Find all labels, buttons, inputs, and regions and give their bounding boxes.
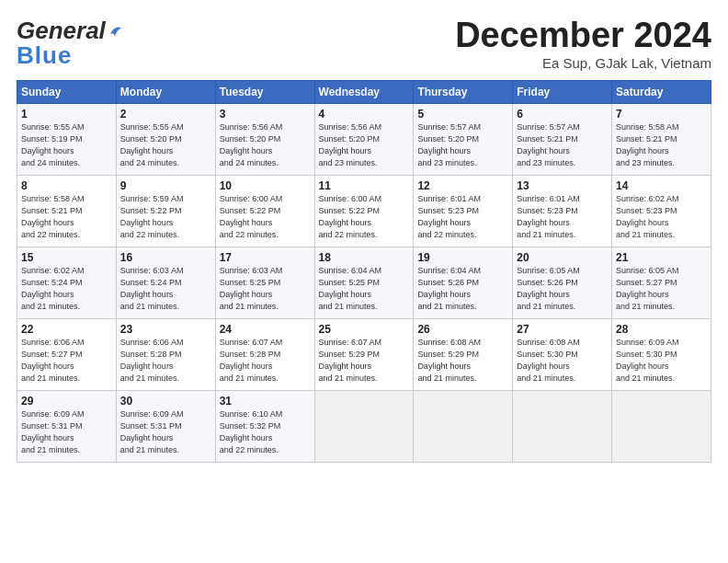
day-number: 26 [417, 323, 508, 336]
day-number: 22 [21, 323, 112, 336]
table-row: 1 Sunrise: 5:55 AM Sunset: 5:19 PM Dayli… [17, 103, 117, 175]
day-number: 10 [220, 179, 311, 192]
table-row: 13 Sunrise: 6:01 AM Sunset: 5:23 PM Dayl… [513, 175, 612, 247]
day-number: 9 [120, 179, 211, 192]
col-tuesday: Tuesday [215, 80, 314, 103]
col-monday: Monday [116, 80, 215, 103]
logo-swoosh-icon [107, 23, 123, 40]
day-number: 24 [220, 323, 311, 336]
page: General Blue December 2024 Ea Sup, GJak … [0, 0, 728, 472]
day-info: Sunrise: 5:55 AM Sunset: 5:20 PM Dayligh… [120, 121, 211, 169]
day-info: Sunrise: 6:08 AM Sunset: 5:29 PM Dayligh… [417, 337, 508, 385]
day-number: 3 [220, 108, 311, 121]
table-row: 14 Sunrise: 6:02 AM Sunset: 5:23 PM Dayl… [612, 175, 711, 247]
table-row: 16 Sunrise: 6:03 AM Sunset: 5:24 PM Dayl… [116, 247, 215, 318]
day-number: 25 [319, 323, 410, 336]
day-number: 19 [417, 251, 508, 264]
day-number: 5 [417, 108, 508, 121]
calendar-table: Sunday Monday Tuesday Wednesday Thursday… [17, 80, 711, 463]
day-number: 27 [517, 323, 608, 336]
table-row: 12 Sunrise: 6:01 AM Sunset: 5:23 PM Dayl… [414, 175, 513, 247]
day-info: Sunrise: 6:08 AM Sunset: 5:30 PM Dayligh… [517, 337, 608, 385]
table-row: 9 Sunrise: 5:59 AM Sunset: 5:22 PM Dayli… [116, 175, 215, 247]
col-wednesday: Wednesday [314, 80, 414, 103]
day-info: Sunrise: 6:07 AM Sunset: 5:29 PM Dayligh… [319, 337, 410, 385]
day-number: 7 [616, 108, 707, 121]
day-number: 18 [319, 251, 410, 264]
day-info: Sunrise: 6:09 AM Sunset: 5:30 PM Dayligh… [616, 337, 707, 385]
table-row: 30 Sunrise: 6:09 AM Sunset: 5:31 PM Dayl… [116, 390, 215, 462]
day-info: Sunrise: 6:09 AM Sunset: 5:31 PM Dayligh… [120, 408, 211, 456]
day-number: 2 [120, 108, 211, 121]
day-info: Sunrise: 6:04 AM Sunset: 5:25 PM Dayligh… [319, 265, 410, 313]
day-info: Sunrise: 5:55 AM Sunset: 5:19 PM Dayligh… [21, 121, 112, 169]
day-number: 6 [517, 108, 608, 121]
table-row: 22 Sunrise: 6:06 AM Sunset: 5:27 PM Dayl… [17, 318, 117, 390]
day-info: Sunrise: 5:56 AM Sunset: 5:20 PM Dayligh… [319, 121, 410, 169]
table-row [314, 390, 414, 462]
table-row [612, 390, 711, 462]
day-number: 16 [120, 251, 211, 264]
day-number: 14 [616, 179, 707, 192]
day-number: 13 [517, 179, 608, 192]
table-row: 28 Sunrise: 6:09 AM Sunset: 5:30 PM Dayl… [612, 318, 711, 390]
day-info: Sunrise: 6:03 AM Sunset: 5:24 PM Dayligh… [120, 265, 211, 313]
day-info: Sunrise: 6:03 AM Sunset: 5:25 PM Dayligh… [220, 265, 311, 313]
day-info: Sunrise: 6:06 AM Sunset: 5:27 PM Dayligh… [21, 337, 112, 385]
day-number: 8 [21, 179, 112, 192]
day-info: Sunrise: 5:56 AM Sunset: 5:20 PM Dayligh… [220, 121, 311, 169]
day-number: 23 [120, 323, 211, 336]
calendar-week-row: 1 Sunrise: 5:55 AM Sunset: 5:19 PM Dayli… [17, 103, 711, 175]
table-row: 17 Sunrise: 6:03 AM Sunset: 5:25 PM Dayl… [215, 247, 314, 318]
table-row: 19 Sunrise: 6:04 AM Sunset: 5:26 PM Dayl… [414, 247, 513, 318]
table-row [414, 390, 513, 462]
table-row: 11 Sunrise: 6:00 AM Sunset: 5:22 PM Dayl… [314, 175, 414, 247]
day-info: Sunrise: 5:57 AM Sunset: 5:21 PM Dayligh… [517, 121, 608, 169]
table-row: 24 Sunrise: 6:07 AM Sunset: 5:28 PM Dayl… [215, 318, 314, 390]
day-number: 12 [417, 179, 508, 192]
table-row: 29 Sunrise: 6:09 AM Sunset: 5:31 PM Dayl… [17, 390, 117, 462]
day-info: Sunrise: 6:00 AM Sunset: 5:22 PM Dayligh… [319, 193, 410, 241]
table-row: 15 Sunrise: 6:02 AM Sunset: 5:24 PM Dayl… [17, 247, 117, 318]
day-number: 17 [220, 251, 311, 264]
location: Ea Sup, GJak Lak, Vietnam [455, 55, 711, 71]
table-row: 25 Sunrise: 6:07 AM Sunset: 5:29 PM Dayl… [314, 318, 414, 390]
day-info: Sunrise: 6:02 AM Sunset: 5:24 PM Dayligh… [21, 265, 112, 313]
day-info: Sunrise: 6:02 AM Sunset: 5:23 PM Dayligh… [616, 193, 707, 241]
header: General Blue December 2024 Ea Sup, GJak … [17, 17, 711, 71]
table-row: 23 Sunrise: 6:06 AM Sunset: 5:28 PM Dayl… [116, 318, 215, 390]
logo-blue-text: Blue [17, 41, 123, 70]
logo: General Blue [17, 17, 123, 70]
day-info: Sunrise: 5:57 AM Sunset: 5:20 PM Dayligh… [417, 121, 508, 169]
day-number: 21 [616, 251, 707, 264]
day-number: 28 [616, 323, 707, 336]
day-number: 11 [319, 179, 410, 192]
day-info: Sunrise: 5:58 AM Sunset: 5:21 PM Dayligh… [21, 193, 112, 241]
day-info: Sunrise: 5:59 AM Sunset: 5:22 PM Dayligh… [120, 193, 211, 241]
col-thursday: Thursday [414, 80, 513, 103]
table-row: 27 Sunrise: 6:08 AM Sunset: 5:30 PM Dayl… [513, 318, 612, 390]
day-number: 15 [21, 251, 112, 264]
day-info: Sunrise: 6:01 AM Sunset: 5:23 PM Dayligh… [417, 193, 508, 241]
day-info: Sunrise: 6:04 AM Sunset: 5:26 PM Dayligh… [417, 265, 508, 313]
day-number: 1 [21, 108, 112, 121]
calendar-week-row: 22 Sunrise: 6:06 AM Sunset: 5:27 PM Dayl… [17, 318, 711, 390]
day-info: Sunrise: 5:58 AM Sunset: 5:21 PM Dayligh… [616, 121, 707, 169]
col-sunday: Sunday [17, 80, 117, 103]
calendar-week-row: 29 Sunrise: 6:09 AM Sunset: 5:31 PM Dayl… [17, 390, 711, 462]
table-row [513, 390, 612, 462]
day-info: Sunrise: 6:09 AM Sunset: 5:31 PM Dayligh… [21, 408, 112, 456]
table-row: 8 Sunrise: 5:58 AM Sunset: 5:21 PM Dayli… [17, 175, 117, 247]
calendar-week-row: 8 Sunrise: 5:58 AM Sunset: 5:21 PM Dayli… [17, 175, 711, 247]
calendar-header-row: Sunday Monday Tuesday Wednesday Thursday… [17, 80, 711, 103]
table-row: 10 Sunrise: 6:00 AM Sunset: 5:22 PM Dayl… [215, 175, 314, 247]
day-number: 31 [220, 395, 311, 408]
day-number: 30 [120, 395, 211, 408]
day-number: 20 [517, 251, 608, 264]
table-row: 3 Sunrise: 5:56 AM Sunset: 5:20 PM Dayli… [215, 103, 314, 175]
title-block: December 2024 Ea Sup, GJak Lak, Vietnam [455, 17, 711, 71]
day-number: 29 [21, 395, 112, 408]
table-row: 21 Sunrise: 6:05 AM Sunset: 5:27 PM Dayl… [612, 247, 711, 318]
day-info: Sunrise: 6:01 AM Sunset: 5:23 PM Dayligh… [517, 193, 608, 241]
table-row: 18 Sunrise: 6:04 AM Sunset: 5:25 PM Dayl… [314, 247, 414, 318]
